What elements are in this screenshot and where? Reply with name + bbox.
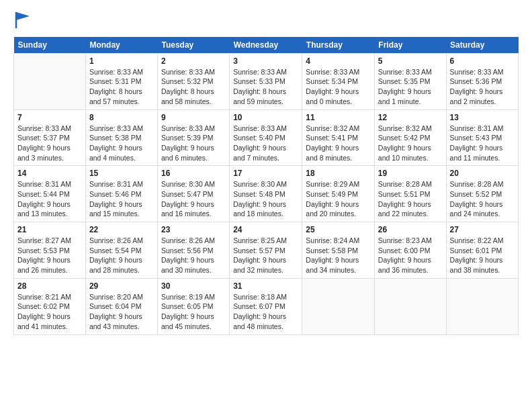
calendar-cell: 17Sunrise: 8:30 AMSunset: 5:48 PMDayligh…	[230, 166, 302, 222]
calendar-cell: 28Sunrise: 8:21 AMSunset: 6:02 PMDayligh…	[14, 278, 86, 334]
calendar-cell: 12Sunrise: 8:32 AMSunset: 5:42 PMDayligh…	[374, 109, 446, 166]
logo-flag-icon	[15, 11, 31, 30]
calendar-cell: 6Sunrise: 8:33 AMSunset: 5:36 PMDaylight…	[446, 53, 518, 109]
calendar-cell: 7Sunrise: 8:33 AMSunset: 5:37 PMDaylight…	[14, 109, 86, 166]
day-number: 9	[161, 113, 226, 122]
day-info: Sunrise: 8:22 AMSunset: 6:01 PMDaylight:…	[450, 236, 515, 275]
calendar-week-row: 7Sunrise: 8:33 AMSunset: 5:37 PMDaylight…	[14, 109, 519, 166]
calendar-cell: 22Sunrise: 8:26 AMSunset: 5:54 PMDayligh…	[85, 222, 157, 279]
logo	[13, 11, 31, 30]
calendar-cell: 30Sunrise: 8:19 AMSunset: 6:05 PMDayligh…	[157, 278, 229, 334]
day-number: 26	[378, 225, 443, 234]
day-number: 2	[161, 56, 226, 66]
day-info: Sunrise: 8:28 AMSunset: 5:51 PMDaylight:…	[378, 179, 443, 219]
day-number: 21	[17, 225, 82, 234]
day-number: 16	[161, 169, 226, 178]
day-info: Sunrise: 8:31 AMSunset: 5:43 PMDaylight:…	[450, 124, 515, 163]
calendar-cell: 20Sunrise: 8:28 AMSunset: 5:52 PMDayligh…	[446, 166, 518, 222]
logo-name	[13, 11, 31, 33]
calendar-cell: 3Sunrise: 8:33 AMSunset: 5:33 PMDaylight…	[230, 53, 302, 109]
weekday-header: Saturday	[446, 37, 518, 54]
day-info: Sunrise: 8:33 AMSunset: 5:38 PMDaylight:…	[89, 124, 154, 163]
day-info: Sunrise: 8:31 AMSunset: 5:46 PMDaylight:…	[89, 179, 154, 219]
main-container: SundayMondayTuesdayWednesdayThursdayFrid…	[0, 0, 532, 342]
day-info: Sunrise: 8:30 AMSunset: 5:47 PMDaylight:…	[161, 179, 226, 219]
day-info: Sunrise: 8:23 AMSunset: 6:00 PMDaylight:…	[378, 236, 443, 275]
calendar-cell: 9Sunrise: 8:33 AMSunset: 5:39 PMDaylight…	[157, 109, 229, 166]
weekday-header: Thursday	[302, 37, 375, 54]
calendar-header: SundayMondayTuesdayWednesdayThursdayFrid…	[14, 37, 519, 54]
calendar-cell: 24Sunrise: 8:25 AMSunset: 5:57 PMDayligh…	[230, 222, 302, 279]
day-info: Sunrise: 8:33 AMSunset: 5:40 PMDaylight:…	[233, 124, 298, 163]
calendar-cell: 1Sunrise: 8:33 AMSunset: 5:31 PMDaylight…	[85, 53, 157, 109]
calendar-cell: 25Sunrise: 8:24 AMSunset: 5:58 PMDayligh…	[302, 222, 375, 279]
weekday-header: Wednesday	[230, 37, 302, 54]
calendar-cell	[302, 278, 375, 334]
day-number: 19	[378, 169, 443, 178]
day-number: 28	[17, 281, 82, 291]
calendar-cell: 23Sunrise: 8:26 AMSunset: 5:56 PMDayligh…	[157, 222, 229, 279]
calendar-week-row: 21Sunrise: 8:27 AMSunset: 5:53 PMDayligh…	[14, 222, 519, 279]
calendar-cell: 31Sunrise: 8:18 AMSunset: 6:07 PMDayligh…	[230, 278, 302, 334]
day-number: 6	[450, 56, 515, 66]
day-number: 17	[233, 169, 298, 178]
calendar-cell	[14, 53, 86, 109]
day-number: 15	[89, 169, 154, 178]
day-number: 12	[378, 113, 443, 122]
day-number: 24	[233, 225, 298, 234]
day-number: 5	[378, 56, 443, 66]
weekday-row: SundayMondayTuesdayWednesdayThursdayFrid…	[14, 37, 519, 54]
day-info: Sunrise: 8:32 AMSunset: 5:41 PMDaylight:…	[306, 124, 371, 163]
day-info: Sunrise: 8:33 AMSunset: 5:35 PMDaylight:…	[378, 67, 443, 107]
day-info: Sunrise: 8:33 AMSunset: 5:34 PMDaylight:…	[306, 67, 371, 107]
calendar-cell	[446, 278, 518, 334]
day-info: Sunrise: 8:33 AMSunset: 5:33 PMDaylight:…	[233, 67, 298, 107]
calendar-week-row: 1Sunrise: 8:33 AMSunset: 5:31 PMDaylight…	[14, 53, 519, 109]
day-info: Sunrise: 8:21 AMSunset: 6:02 PMDaylight:…	[17, 292, 82, 332]
calendar-cell: 10Sunrise: 8:33 AMSunset: 5:40 PMDayligh…	[230, 109, 302, 166]
day-number: 8	[89, 113, 154, 122]
calendar-cell: 13Sunrise: 8:31 AMSunset: 5:43 PMDayligh…	[446, 109, 518, 166]
day-number: 20	[450, 169, 515, 178]
day-info: Sunrise: 8:32 AMSunset: 5:42 PMDaylight:…	[378, 124, 443, 163]
day-number: 14	[17, 169, 82, 178]
page-header	[13, 11, 519, 30]
day-info: Sunrise: 8:18 AMSunset: 6:07 PMDaylight:…	[233, 292, 298, 332]
calendar-cell: 16Sunrise: 8:30 AMSunset: 5:47 PMDayligh…	[157, 166, 229, 222]
day-number: 11	[306, 113, 371, 122]
day-number: 31	[233, 281, 298, 291]
day-number: 30	[161, 281, 226, 291]
weekday-header: Monday	[85, 37, 157, 54]
day-number: 25	[306, 225, 371, 234]
day-number: 7	[17, 113, 82, 122]
day-info: Sunrise: 8:33 AMSunset: 5:36 PMDaylight:…	[450, 67, 515, 107]
calendar-cell: 8Sunrise: 8:33 AMSunset: 5:38 PMDaylight…	[85, 109, 157, 166]
day-info: Sunrise: 8:33 AMSunset: 5:31 PMDaylight:…	[89, 67, 154, 107]
day-number: 22	[89, 225, 154, 234]
weekday-header: Sunday	[14, 37, 86, 54]
calendar-week-row: 28Sunrise: 8:21 AMSunset: 6:02 PMDayligh…	[14, 278, 519, 334]
calendar-cell: 18Sunrise: 8:29 AMSunset: 5:49 PMDayligh…	[302, 166, 375, 222]
day-info: Sunrise: 8:24 AMSunset: 5:58 PMDaylight:…	[306, 236, 371, 275]
day-info: Sunrise: 8:33 AMSunset: 5:32 PMDaylight:…	[161, 67, 226, 107]
calendar-cell: 5Sunrise: 8:33 AMSunset: 5:35 PMDaylight…	[374, 53, 446, 109]
calendar-cell: 21Sunrise: 8:27 AMSunset: 5:53 PMDayligh…	[14, 222, 86, 279]
day-info: Sunrise: 8:29 AMSunset: 5:49 PMDaylight:…	[306, 179, 371, 219]
day-info: Sunrise: 8:26 AMSunset: 5:54 PMDaylight:…	[89, 236, 154, 275]
weekday-header: Tuesday	[157, 37, 229, 54]
day-number: 18	[306, 169, 371, 178]
calendar-cell: 14Sunrise: 8:31 AMSunset: 5:44 PMDayligh…	[14, 166, 86, 222]
day-info: Sunrise: 8:26 AMSunset: 5:56 PMDaylight:…	[161, 236, 226, 275]
calendar-table: SundayMondayTuesdayWednesdayThursdayFrid…	[13, 37, 519, 335]
day-info: Sunrise: 8:33 AMSunset: 5:39 PMDaylight:…	[161, 124, 226, 163]
calendar-cell	[374, 278, 446, 334]
day-info: Sunrise: 8:33 AMSunset: 5:37 PMDaylight:…	[17, 124, 82, 163]
day-info: Sunrise: 8:30 AMSunset: 5:48 PMDaylight:…	[233, 179, 298, 219]
day-info: Sunrise: 8:20 AMSunset: 6:04 PMDaylight:…	[89, 292, 154, 332]
day-number: 13	[450, 113, 515, 122]
calendar-cell: 26Sunrise: 8:23 AMSunset: 6:00 PMDayligh…	[374, 222, 446, 279]
calendar-cell: 11Sunrise: 8:32 AMSunset: 5:41 PMDayligh…	[302, 109, 375, 166]
day-number: 10	[233, 113, 298, 122]
calendar-cell: 4Sunrise: 8:33 AMSunset: 5:34 PMDaylight…	[302, 53, 375, 109]
svg-marker-0	[16, 12, 30, 20]
